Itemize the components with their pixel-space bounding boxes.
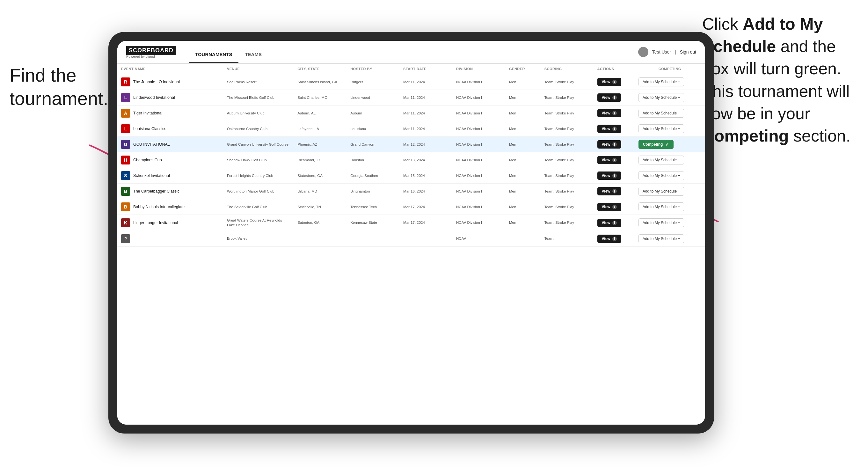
- gender-cell: Men: [505, 121, 540, 137]
- actions-cell: View ℹ: [593, 74, 635, 90]
- add-to-schedule-button[interactable]: Add to My Schedule +: [639, 124, 684, 133]
- add-to-schedule-button[interactable]: Add to My Schedule +: [639, 203, 684, 211]
- city-cell: Eatonton, GA: [293, 215, 346, 231]
- event-name-cell: H Champions Cup: [121, 156, 219, 164]
- header-right: Test User | Sign out: [638, 47, 696, 57]
- table-container[interactable]: EVENT NAME VENUE CITY, STATE HOSTED BY S…: [117, 64, 705, 425]
- actions-cell: View ℹ: [593, 152, 635, 168]
- checkmark-icon: ✓: [665, 142, 669, 147]
- info-icon: ℹ: [612, 127, 617, 131]
- hosted-cell: Auburn: [346, 105, 399, 121]
- tab-teams[interactable]: TEAMS: [239, 41, 268, 63]
- table-row: A Tiger Invitational Auburn University C…: [117, 105, 705, 121]
- annotation-right-bold2: Competing: [702, 127, 789, 145]
- view-button[interactable]: View ℹ: [597, 235, 621, 243]
- division-cell: NCAA: [452, 231, 505, 246]
- event-name: Schenkel Invitational: [133, 174, 170, 178]
- gender-cell: Men: [505, 199, 540, 215]
- division-cell: NCAA Division I: [452, 199, 505, 215]
- view-button[interactable]: View ℹ: [597, 109, 621, 117]
- nav-tabs: TOURNAMENTS TEAMS: [189, 41, 268, 63]
- view-button[interactable]: View ℹ: [597, 187, 621, 195]
- venue-cell: Oakbourne Country Club: [223, 121, 293, 137]
- view-button[interactable]: View ℹ: [597, 125, 621, 133]
- col-header-gender: GENDER: [505, 64, 540, 74]
- add-to-schedule-button[interactable]: Add to My Schedule +: [639, 93, 684, 102]
- add-to-schedule-button[interactable]: Add to My Schedule +: [639, 156, 684, 164]
- add-to-schedule-button[interactable]: Add to My Schedule +: [639, 77, 684, 86]
- tablet-frame: SCOREBOARD Powered by clippd TOURNAMENTS…: [108, 32, 714, 434]
- competing-cell: Add to My Schedule +: [635, 184, 705, 199]
- city-cell: Urbana, MD: [293, 184, 346, 199]
- hosted-cell: Georgia Southern: [346, 168, 399, 184]
- date-cell: Mar 13, 2024: [399, 152, 452, 168]
- view-button[interactable]: View ℹ: [597, 93, 621, 102]
- competing-cell: Add to My Schedule +: [635, 90, 705, 105]
- competing-button[interactable]: Competing ✓: [639, 140, 674, 149]
- actions-cell: View ℹ: [593, 168, 635, 184]
- city-cell: Saint Simons Island, GA: [293, 74, 346, 90]
- view-button[interactable]: View ℹ: [597, 203, 621, 211]
- actions-cell: View ℹ: [593, 90, 635, 105]
- col-header-division: DIVISION: [452, 64, 505, 74]
- hosted-cell: Lindenwood: [346, 90, 399, 105]
- date-cell: Mar 11, 2024: [399, 74, 452, 90]
- scoring-cell: Team, Stroke Play: [540, 152, 593, 168]
- actions-cell: View ℹ: [593, 121, 635, 137]
- team-logo: L: [121, 124, 130, 133]
- view-button[interactable]: View ℹ: [597, 172, 621, 180]
- gender-cell: Men: [505, 90, 540, 105]
- gender-cell: Men: [505, 74, 540, 90]
- annotation-right-text3: section.: [789, 127, 851, 145]
- date-cell: Mar 12, 2024: [399, 137, 452, 152]
- gender-cell: Men: [505, 184, 540, 199]
- app-header: SCOREBOARD Powered by clippd TOURNAMENTS…: [117, 41, 705, 64]
- add-to-schedule-button[interactable]: Add to My Schedule +: [639, 218, 684, 227]
- hosted-cell: Houston: [346, 152, 399, 168]
- add-to-schedule-button[interactable]: Add to My Schedule +: [639, 234, 684, 243]
- scoring-cell: Team, Stroke Play: [540, 199, 593, 215]
- add-to-schedule-button[interactable]: Add to My Schedule +: [639, 109, 684, 118]
- table-row: B Bobby Nichols Intercollegiate The Sevi…: [117, 199, 705, 215]
- tab-tournaments[interactable]: TOURNAMENTS: [189, 41, 239, 63]
- event-name-cell: K Linger Longer Invitational: [121, 218, 219, 227]
- event-name-cell: ?: [121, 234, 219, 243]
- add-to-schedule-button[interactable]: Add to My Schedule +: [639, 171, 684, 180]
- event-name-cell: G GCU INVITATIONAL: [121, 140, 219, 149]
- competing-cell: Add to My Schedule +: [635, 152, 705, 168]
- actions-cell: View ℹ: [593, 137, 635, 152]
- add-to-schedule-button[interactable]: Add to My Schedule +: [639, 187, 684, 196]
- team-logo: G: [121, 140, 130, 149]
- logo-subtitle: Powered by clippd: [126, 55, 176, 58]
- hosted-cell: Grand Canyon: [346, 137, 399, 152]
- view-button[interactable]: View ℹ: [597, 78, 621, 86]
- event-name-cell: B The Carpetbagger Classic: [121, 187, 219, 196]
- venue-cell: Shadow Hawk Golf Club: [223, 152, 293, 168]
- table-row: H Champions Cup Shadow Hawk Golf ClubRic…: [117, 152, 705, 168]
- scoring-cell: Team, Stroke Play: [540, 215, 593, 231]
- competing-cell: Add to My Schedule +: [635, 74, 705, 90]
- user-avatar: [638, 47, 648, 57]
- division-cell: NCAA Division I: [452, 184, 505, 199]
- gender-cell: [505, 231, 540, 246]
- venue-cell: The Missouri Bluffs Golf Club: [223, 90, 293, 105]
- competing-cell: Add to My Schedule +: [635, 121, 705, 137]
- event-name: Tiger Invitational: [133, 111, 162, 115]
- col-header-city: CITY, STATE: [293, 64, 346, 74]
- team-logo: K: [121, 218, 130, 227]
- info-icon: ℹ: [612, 111, 617, 115]
- table-row: ? Brook ValleyNCAATeam,View ℹAdd to My S…: [117, 231, 705, 246]
- competing-cell: Add to My Schedule +: [635, 231, 705, 246]
- view-button[interactable]: View ℹ: [597, 140, 621, 149]
- scoring-cell: Team, Stroke Play: [540, 74, 593, 90]
- actions-cell: View ℹ: [593, 105, 635, 121]
- event-name-cell: R The Johnnie - O Individual: [121, 77, 219, 86]
- sign-out-link[interactable]: Sign out: [680, 50, 696, 55]
- event-name: Louisiana Classics: [133, 127, 166, 131]
- view-button[interactable]: View ℹ: [597, 156, 621, 164]
- team-logo: L: [121, 93, 130, 102]
- logo-area: SCOREBOARD Powered by clippd: [126, 46, 176, 58]
- date-cell: Mar 11, 2024: [399, 90, 452, 105]
- view-button[interactable]: View ℹ: [597, 219, 621, 227]
- col-header-actions: ACTIONS: [593, 64, 635, 74]
